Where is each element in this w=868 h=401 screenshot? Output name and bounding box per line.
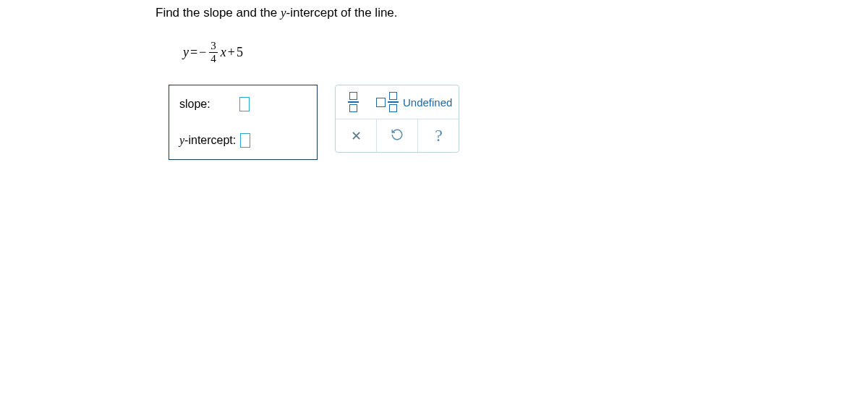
keypad-row-2: ✕ ?	[336, 119, 459, 152]
fraction-button[interactable]	[336, 85, 370, 119]
undefined-label: Undefined	[403, 96, 452, 109]
mixed-fraction-undefined-button[interactable]: Undefined	[370, 85, 459, 119]
keypad-row-1: Undefined	[336, 85, 459, 119]
yintercept-label-text: -intercept:	[184, 134, 236, 146]
yintercept-input[interactable]	[240, 133, 250, 148]
prompt-var-y: y	[281, 6, 286, 20]
equation: y = − 3 4 x + 5	[183, 41, 459, 64]
prompt-text-before: Find the slope and the	[156, 6, 281, 20]
close-icon: ✕	[351, 128, 362, 144]
eq-equals: =	[190, 45, 197, 60]
slope-input[interactable]	[239, 97, 250, 111]
eq-fraction: 3 4	[209, 41, 218, 64]
slope-label: slope:	[179, 98, 210, 111]
fraction-icon	[348, 92, 359, 112]
eq-frac-den: 4	[209, 52, 218, 64]
eq-rhs-var: x	[221, 45, 226, 60]
yintercept-row: y-intercept:	[179, 133, 295, 148]
eq-lhs-var: y	[183, 45, 189, 60]
answer-box: slope: y-intercept:	[169, 85, 318, 160]
prompt-text-after: -intercept of the line.	[286, 6, 398, 20]
yintercept-label: y-intercept:	[179, 134, 236, 147]
mixed-fraction-icon	[376, 92, 399, 112]
clear-button[interactable]: ✕	[336, 119, 377, 152]
keypad: Undefined ✕ ?	[335, 85, 459, 153]
eq-constant: 5	[237, 45, 243, 60]
help-button[interactable]: ?	[418, 119, 459, 152]
reset-button[interactable]	[377, 119, 418, 152]
question-icon: ?	[435, 126, 443, 145]
eq-plus: +	[228, 45, 235, 60]
undo-icon	[391, 128, 404, 144]
slope-row: slope:	[179, 97, 295, 111]
question-prompt: Find the slope and the y-intercept of th…	[156, 6, 459, 20]
eq-frac-num: 3	[209, 41, 218, 52]
eq-neg: −	[199, 45, 206, 60]
